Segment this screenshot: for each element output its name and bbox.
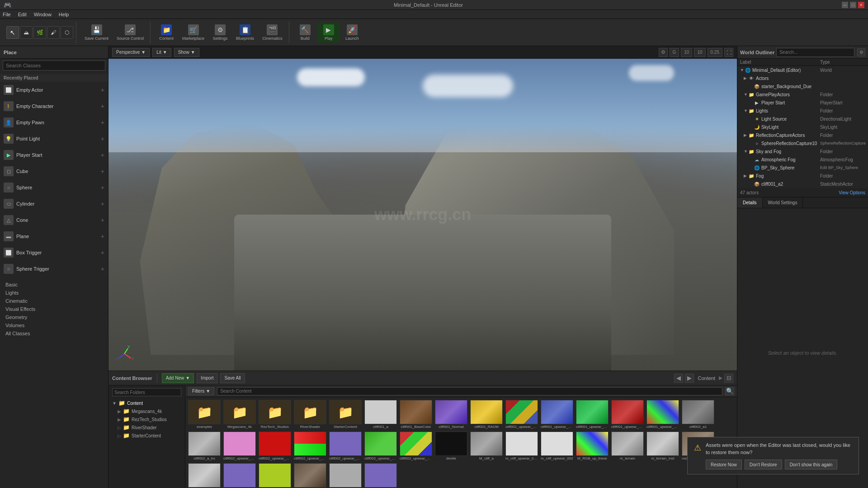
menu-file[interactable]: File xyxy=(3,12,11,17)
wo-item-sky-fog[interactable]: ▼ 📁 Sky and Fog Folder xyxy=(737,147,868,155)
folder-rivershader[interactable]: ▷ 📁 RiverShader xyxy=(110,423,183,432)
category-volumes[interactable]: Volumes xyxy=(0,321,108,329)
asset-cliff001-upwear-aomm[interactable]: cliff001_upwear_001_AOMM xyxy=(505,399,539,430)
folder-megascans[interactable]: ▶ 📁 Megascans_4k xyxy=(110,407,183,415)
wo-item-skylight[interactable]: 🌙 SkyLight SkyLight xyxy=(737,123,868,131)
wo-item-bp-sky-sphere[interactable]: 🌐 BP_Sky_Sphere Edit BP_Sky_Sphere xyxy=(737,164,868,172)
restore-now-button[interactable]: Restore Now xyxy=(706,460,742,469)
menu-help[interactable]: Help xyxy=(59,12,69,17)
asset-cliff001-basecolor[interactable]: cliff001_BaseColor xyxy=(399,399,433,430)
wo-item-gameplay-actors[interactable]: ▼ 📁 GamePlayActors Folder xyxy=(737,90,868,99)
asset-cliff002-aomd[interactable]: cliff002_upwear_001_AOMD xyxy=(222,431,257,461)
asset-folder-reztech[interactable]: 📁 RezTech_Studios xyxy=(258,399,292,430)
asset-cliff001-upwear-raom[interactable]: cliff001_upwear_001_RAOM xyxy=(575,399,609,430)
wo-item-fog[interactable]: ▶ 📁 Fog Folder xyxy=(737,172,868,180)
play-button[interactable]: ▶ Play xyxy=(317,23,340,42)
asset-cliff001-upwear-rgbmask[interactable]: cliff001_upwear_001_RGBMask xyxy=(610,399,645,430)
asset-cliff001-upwear-wave[interactable]: cliff001_upwear_001_Wave xyxy=(646,399,680,430)
asset-rock001-b-basecolor[interactable]: rock001_detail_b_basecolor xyxy=(293,462,327,488)
menu-edit[interactable]: Edit xyxy=(18,12,27,17)
asset-rock001-normal[interactable]: rock001_detail_a_normal xyxy=(222,462,257,488)
actor-item-sphere-trigger[interactable]: ○ Sphere Trigger + xyxy=(0,261,108,277)
asset-search-btn[interactable]: 🔍 xyxy=(725,387,734,395)
actor-item-box-trigger[interactable]: ⬜ Box Trigger + xyxy=(0,244,108,261)
asset-rock001-raom[interactable]: rock001_detail_a_RAOM xyxy=(258,462,292,488)
navigate-back-btn[interactable]: ◀ xyxy=(674,374,683,383)
save-all-button[interactable]: Save All xyxy=(220,373,245,383)
asset-search-input[interactable] xyxy=(217,387,722,395)
actor-item-cube[interactable]: ◻ Cube + xyxy=(0,163,108,179)
filters-button[interactable]: Filters ▼ xyxy=(188,387,214,395)
dont-show-again-button[interactable]: Don't show this again xyxy=(785,460,838,469)
asset-m-rgb-up[interactable]: M_RGB_up_linear xyxy=(575,431,609,461)
asset-folder-examples[interactable]: 📁 examples xyxy=(187,399,222,430)
minimize-button[interactable]: ─ xyxy=(842,2,848,8)
category-geometry[interactable]: Geometry xyxy=(0,313,108,321)
asset-cliff002-a1[interactable]: cliff002_a1 xyxy=(681,399,715,430)
build-button[interactable]: 🔨 Build xyxy=(294,23,316,42)
category-all-classes[interactable]: All Classes xyxy=(0,329,108,338)
blueprints-button[interactable]: 📋 Blueprints xyxy=(232,23,258,42)
asset-cliff002-normal[interactable]: cliff002_upwear_001_Normal xyxy=(328,431,363,461)
folder-content[interactable]: ▼ 📁 Content xyxy=(110,399,183,407)
scale-snap-btn[interactable]: 0.25 xyxy=(708,48,722,57)
actor-item-plane[interactable]: ▬ Plane + xyxy=(0,228,108,244)
content-button[interactable]: 📁 Content xyxy=(155,23,178,42)
wo-item-starter-bg[interactable]: 📦 starter_Background_Due xyxy=(737,82,868,90)
actor-item-player-start[interactable]: ▶ Player Start + xyxy=(0,147,108,163)
maximize-viewport-btn[interactable]: ⛶ xyxy=(724,48,733,57)
asset-folder-megascans[interactable]: 📁 Megascans_4k xyxy=(222,399,257,430)
geometry-tool[interactable]: ⬡ xyxy=(61,26,73,39)
cinematics-button[interactable]: 🎬 Cinematics xyxy=(259,23,286,42)
landscape-tool[interactable]: ⛰ xyxy=(20,26,33,39)
actor-item-cone[interactable]: △ Cone + xyxy=(0,212,108,228)
content-browser-minimize[interactable]: ⊟ xyxy=(724,374,733,383)
launch-button[interactable]: 🚀 Launch xyxy=(341,23,363,42)
folder-reztech[interactable]: ▶ 📁 RezTech_Studios xyxy=(110,415,183,423)
asset-cliff002-aomm[interactable]: cliff002_upwear_001_AOMM xyxy=(258,431,292,461)
asset-m-cliff-a[interactable]: M_cliff_a xyxy=(469,431,504,461)
import-button[interactable]: Import xyxy=(197,373,217,383)
brush-tool[interactable]: 🖌 xyxy=(47,26,60,39)
asset-m-cliff-upwear-b[interactable]: m_cliff_upwear_001b xyxy=(505,431,539,461)
folder-starter-content[interactable]: ▷ 📁 StarterContent xyxy=(110,432,183,440)
viewport-options-btn[interactable]: ⚙ xyxy=(659,48,668,57)
asset-cliff001-a[interactable]: cliff001_a xyxy=(363,399,398,430)
actor-item-point-light[interactable]: 💡 Point Light + xyxy=(0,131,108,147)
navigate-forward-btn[interactable]: ▶ xyxy=(685,374,694,383)
details-tab-world-settings[interactable]: World Settings xyxy=(763,197,803,208)
category-basic[interactable]: Basic xyxy=(0,281,108,289)
asset-deelte[interactable]: deelte xyxy=(434,431,468,461)
asset-cliff002-trs[interactable]: cliff002_a_trs xyxy=(187,431,222,461)
actor-search-input[interactable] xyxy=(3,61,105,70)
category-cinematic[interactable]: Cinematic xyxy=(0,297,108,305)
foliage-tool[interactable]: 🌿 xyxy=(33,26,46,39)
asset-cliff002-raom[interactable]: cliff002_upwear_001_RAOM xyxy=(363,431,398,461)
world-outliner-search[interactable] xyxy=(776,48,854,57)
wo-item-light-source[interactable]: ☀ Light Source DirectionalLight xyxy=(737,115,868,123)
actor-item-empty-pawn[interactable]: 👤 Empty Pawn + xyxy=(0,114,108,131)
dont-restore-button[interactable]: Don't Restore xyxy=(745,460,782,469)
world-outliner-settings-btn[interactable]: ⚙ xyxy=(857,48,865,56)
settings-button[interactable]: ⚙ Settings xyxy=(209,23,231,42)
wo-item-sphere-reflection[interactable]: ○ SphereReflectionCapture10 SphereReflec… xyxy=(737,139,868,147)
actor-item-empty-character[interactable]: 🚶 Empty Character + xyxy=(0,98,108,114)
actor-item-empty-actor[interactable]: ⬜ Empty Actor + xyxy=(0,82,108,98)
asset-m-terrain-inst[interactable]: m_terrain_Inst xyxy=(646,431,680,461)
add-new-button[interactable]: Add New ▼ xyxy=(162,373,194,383)
menu-window[interactable]: Window xyxy=(34,12,52,17)
asset-cliff001-upwear-basecolor[interactable]: cliff001_upwear_001_BaseColor xyxy=(540,399,574,430)
close-button[interactable]: ✕ xyxy=(858,2,864,8)
asset-rock001-b-normal[interactable]: rock001_detail_b_normal xyxy=(363,462,398,488)
category-lights[interactable]: Lights xyxy=(0,289,108,297)
wo-item-atmospheric-fog[interactable]: ☁ Atmospheric Fog AtmosphericFog xyxy=(737,155,868,164)
wo-item-reflection-folder[interactable]: ▶ 📁 ReflectionCaptureActors Folder xyxy=(737,131,868,139)
details-tab-details[interactable]: Details xyxy=(737,197,763,208)
viewport-perspective-button[interactable]: Perspective ▼ xyxy=(112,48,150,57)
asset-rock001-height[interactable]: rock001_detail_a_height xyxy=(187,462,222,488)
asset-cliff002-rgbmask[interactable]: cliff002_upwear_001_RGBMask xyxy=(399,431,433,461)
wo-item-player-start[interactable]: ▶ Player Start PlayerStart xyxy=(737,99,868,107)
asset-cliff001-raom[interactable]: cliff001_RAOM xyxy=(469,399,504,430)
actor-item-sphere[interactable]: ○ Sphere + xyxy=(0,179,108,196)
asset-rock001-b-height[interactable]: rock001_detail_b_height xyxy=(328,462,363,488)
